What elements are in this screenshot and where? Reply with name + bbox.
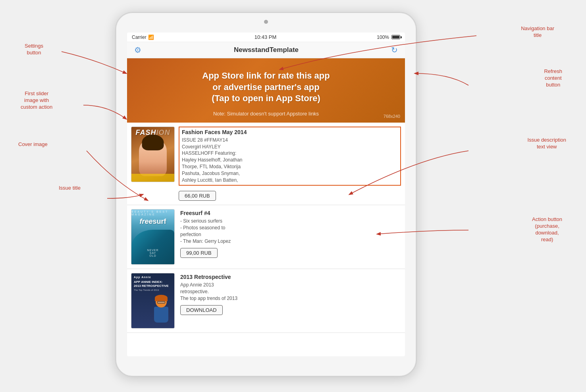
cover-freesurf-title: freesurf — [139, 217, 166, 226]
issue-info-appannie: 2013 Retrospective App Annie 2013retrosp… — [179, 273, 401, 329]
annotation-settings: Settingsbutton — [25, 43, 43, 56]
wifi-icon: 📶 — [148, 35, 154, 40]
issue-title: Fashion Faces May 2014 — [182, 129, 247, 135]
issue-title-appannie: 2013 Retrospective — [180, 274, 399, 280]
cover-appannie-logo: App Annie — [134, 276, 172, 279]
ipad-screen: Carrier 📶 10:43 PM 100% ⚙ NewsstandTempl… — [127, 33, 405, 356]
cover-appannie-character — [151, 296, 171, 324]
cover-freesurf-tagline: NEVERSAYOLD — [131, 249, 174, 257]
purchase-button-fashion[interactable]: 66,00 RUB — [179, 191, 216, 201]
carrier-label: Carrier — [132, 35, 146, 40]
status-right: 100% — [377, 35, 400, 40]
cover-fashion-face — [139, 140, 167, 176]
table-row: FASHION FACES Fashion Faces May 2014 ISS… — [127, 123, 405, 206]
character-hair — [155, 295, 168, 301]
cover-appannie-subtitle: The Top Trends of 2013 — [134, 289, 172, 292]
nav-bar: ⚙ NewsstandTemplate ↻ — [127, 42, 405, 58]
cover-appannie: App Annie APP ANNIE INDEX:2013 RETROSPEC… — [131, 273, 174, 328]
issue-title-freesurf: Freesurf #4 — [180, 210, 399, 216]
character-glasses — [157, 301, 165, 304]
status-bar: Carrier 📶 10:43 PM 100% — [127, 33, 405, 42]
slider-title: App Store link for rate this appor adver… — [135, 70, 397, 104]
issues-list: FASHION FACES Fashion Faces May 2014 ISS… — [127, 123, 405, 333]
slider-banner[interactable]: App Store link for rate this appor adver… — [127, 58, 405, 123]
character-head — [156, 296, 167, 307]
issue-info-freesurf: Freesurf #4 - Six serious surfers- Photo… — [179, 209, 401, 265]
cover-fashion-hair — [142, 135, 164, 150]
settings-button[interactable]: ⚙ — [133, 45, 143, 55]
cover-freesurf-wave — [131, 230, 174, 264]
status-time: 10:43 PM — [254, 34, 277, 40]
character-body — [154, 307, 168, 323]
refresh-button[interactable]: ↻ — [389, 45, 399, 55]
annotation-issue-desc: Issue descriptiontext view — [527, 137, 566, 150]
annotation-refresh: Refreshcontentbutton — [544, 68, 562, 88]
nav-title: NewsstandTemplate — [234, 46, 299, 54]
cover-fashion-band — [131, 174, 174, 182]
cover-image-fashion: FASHION FACES — [131, 127, 175, 182]
ipad-frame: Carrier 📶 10:43 PM 100% ⚙ NewsstandTempl… — [115, 12, 417, 377]
cover-freesurf: BEAUTY'S BEST MAGAZINE freesurf NEVERSAY… — [131, 209, 174, 264]
cover-freesurf-sub: BEAUTY'S BEST MAGAZINE — [131, 210, 174, 216]
battery-fill — [392, 36, 399, 38]
annotation-nav-title: Navigation bartitle — [521, 25, 554, 39]
annotation-action-btn: Action button(purchase,download,read) — [532, 216, 562, 243]
slider-note: Note: Simulator doesn't support Appstore… — [135, 111, 397, 117]
battery-icon — [391, 35, 400, 39]
issue-title-box: Fashion Faces May 2014 ISSUE 28 #FFMAY14… — [179, 127, 401, 186]
download-button-appannie[interactable]: DOWNLOAD — [180, 305, 223, 315]
cover-fashion: FASHION FACES — [131, 127, 174, 182]
issue-description-freesurf: - Six serious surfers- Photos seasoned t… — [180, 218, 399, 244]
issue-info-fashion: Fashion Faces May 2014 ISSUE 28 #FFMAY14… — [179, 127, 401, 201]
annotation-cover: Cover image — [18, 141, 48, 148]
purchase-button-freesurf[interactable]: 99,00 RUB — [180, 248, 218, 258]
cover-appannie-title: APP ANNIE INDEX:2013 RETROSPECTIVE — [134, 280, 172, 288]
annotation-slider: First sliderimage withcustom action — [21, 90, 52, 111]
issue-description: ISSUE 28 #FFMAY14Covergirl HAYLEYHASSELH… — [182, 137, 247, 184]
cover-image-freesurf: BEAUTY'S BEST MAGAZINE freesurf NEVERSAY… — [131, 209, 175, 265]
table-row: App Annie APP ANNIE INDEX:2013 RETROSPEC… — [127, 269, 405, 333]
table-row: BEAUTY'S BEST MAGAZINE freesurf NEVERSAY… — [127, 205, 405, 269]
slider-dimensions: 768x240 — [384, 114, 400, 119]
ipad-camera — [264, 20, 268, 24]
issue-description-appannie: App Annie 2013retrospective.The top app … — [180, 282, 399, 302]
status-left: Carrier 📶 — [132, 35, 154, 40]
annotation-issue-title: Issue title — [59, 185, 81, 192]
battery-percent: 100% — [377, 35, 389, 40]
cover-image-appannie: App Annie APP ANNIE INDEX:2013 RETROSPEC… — [131, 273, 175, 329]
